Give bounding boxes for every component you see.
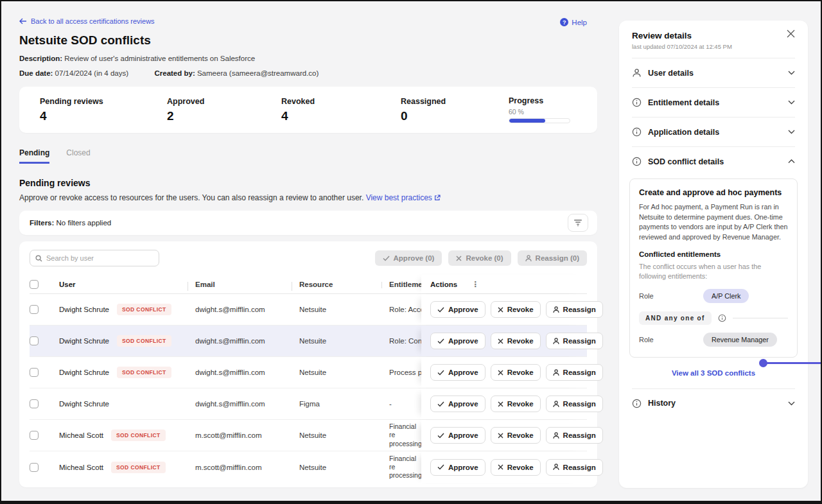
entitlement: - <box>381 400 421 408</box>
row-checkbox[interactable] <box>30 305 39 314</box>
sod-card-body: For Ad hoc payment, a Payment Run is ran… <box>639 202 788 243</box>
sod-conflict-badge: SOD CONFLICT <box>111 430 166 441</box>
revoke-label: Revoke <box>507 400 534 408</box>
approve-label: Approve <box>448 464 478 471</box>
entitlement: Financial re processing <box>381 455 421 480</box>
tab-closed[interactable]: Closed <box>66 148 90 164</box>
column-actions-label: Actions <box>430 281 457 288</box>
reassign-button[interactable]: Reassign <box>546 333 603 349</box>
resource: Netsuite <box>292 464 381 471</box>
user-name: Dwight Schrute <box>59 400 109 408</box>
description-value: Review of user's administrative entitlem… <box>64 55 255 62</box>
resource: Netsuite <box>292 431 381 439</box>
approve-button[interactable]: Approve <box>430 364 485 381</box>
help-label: Help <box>572 19 587 26</box>
panel-title: Review details <box>632 31 787 40</box>
reassign-button[interactable]: Reassign <box>546 427 603 444</box>
info-icon <box>632 98 642 107</box>
revoke-button[interactable]: Revoke <box>491 459 541 476</box>
revoke-button[interactable]: Revoke <box>491 364 541 381</box>
revoke-button[interactable]: Revoke <box>491 333 541 349</box>
section-entitlement-details[interactable]: Entitlement details <box>619 88 808 117</box>
operator-row: AND any one of <box>639 311 788 325</box>
table-toolbar: Approve (0) Revoke (0) Reassign (0) <box>30 249 587 267</box>
column-menu-icon[interactable]: ⋮ <box>471 280 479 289</box>
column-email[interactable]: Email <box>188 281 292 288</box>
bulk-approve-button[interactable]: Approve (0) <box>375 250 442 266</box>
bulk-reassign-label: Reassign (0) <box>536 254 579 262</box>
operator-line <box>733 318 788 318</box>
row-checkbox[interactable] <box>30 336 39 345</box>
reassign-button[interactable]: Reassign <box>546 301 603 318</box>
description-label: Description: <box>19 55 62 62</box>
search-icon <box>35 255 42 262</box>
screen: Back to all access certifications review… <box>0 0 822 504</box>
role-row-1: Role A/P Clerk <box>639 289 788 303</box>
reviews-table-card: Approve (0) Revoke (0) Reassign (0) User… <box>19 241 597 487</box>
revoke-button[interactable]: Revoke <box>491 427 541 444</box>
revoke-button[interactable]: Revoke <box>491 301 541 318</box>
role-label: Role <box>639 292 689 300</box>
approve-button[interactable]: Approve <box>430 427 485 444</box>
approve-button[interactable]: Approve <box>430 301 485 318</box>
table-header: User Email Resource Entitlement Actions … <box>30 275 587 294</box>
reassign-button[interactable]: Reassign <box>546 395 603 412</box>
select-all-checkbox[interactable] <box>30 280 39 289</box>
revoke-label: Revoke <box>507 369 534 376</box>
section-history[interactable]: History <box>619 389 808 418</box>
bulk-revoke-label: Revoke (0) <box>466 254 503 262</box>
tab-pending[interactable]: Pending <box>19 148 49 164</box>
reassign-button[interactable]: Reassign <box>546 364 603 381</box>
resource: Figma <box>292 400 381 408</box>
reassign-label: Reassign <box>563 369 596 376</box>
operator-chip: AND any one of <box>639 311 712 325</box>
row-checkbox[interactable] <box>30 463 39 472</box>
approve-label: Approve <box>448 369 478 376</box>
entitlement-line1: Financial re <box>389 455 421 471</box>
progress-label: Progress <box>509 96 570 105</box>
created-by-label: Created by: <box>154 69 195 77</box>
stat-reassigned-value: 0 <box>401 109 509 123</box>
approve-button[interactable]: Approve <box>430 459 485 476</box>
column-resource[interactable]: Resource <box>292 281 381 288</box>
pending-reviews-description: Approve or revoke access to resources fo… <box>19 193 597 202</box>
section-sod-conflict-details[interactable]: SOD conflict details <box>619 147 808 176</box>
row-checkbox[interactable] <box>30 399 39 408</box>
approve-button[interactable]: Approve <box>430 333 485 349</box>
filter-button[interactable] <box>568 214 588 232</box>
bulk-reassign-button[interactable]: Reassign (0) <box>518 250 587 266</box>
best-practices-link[interactable]: View best practices <box>366 193 441 202</box>
person-icon <box>553 338 559 345</box>
help-link[interactable]: ? Help <box>560 18 587 26</box>
approve-label: Approve <box>448 337 478 345</box>
approve-button[interactable]: Approve <box>430 395 485 412</box>
chevron-down-icon <box>788 401 795 406</box>
user-email: dwight.s@mifflin.com <box>188 306 292 313</box>
column-user[interactable]: User <box>59 281 188 288</box>
view-all-sod-conflicts-link[interactable]: View all 3 SOD conflicts <box>672 369 755 377</box>
back-link[interactable]: Back to all access certifications review… <box>19 17 155 25</box>
annotation-line <box>766 362 821 364</box>
main-content: Back to all access certifications review… <box>19 15 597 487</box>
entitlement-line2: processing <box>389 471 421 480</box>
revoke-label: Revoke <box>507 337 534 345</box>
search-input[interactable] <box>46 254 153 262</box>
stat-pending-label: Pending reviews <box>40 97 167 106</box>
stat-pending-value: 4 <box>40 109 167 123</box>
stat-progress: Progress 60 % <box>509 96 570 123</box>
search-box[interactable] <box>30 250 159 266</box>
close-icon[interactable] <box>787 30 795 38</box>
row-checkbox[interactable] <box>30 368 39 377</box>
person-icon <box>525 255 532 262</box>
column-entitlement[interactable]: Entitlement <box>381 281 421 288</box>
revoke-button[interactable]: Revoke <box>491 395 541 412</box>
bulk-revoke-button[interactable]: Revoke (0) <box>448 250 511 266</box>
section-user-details[interactable]: User details <box>619 58 808 87</box>
role-label: Role <box>639 336 689 343</box>
panel-header: Review details last updated 07/10/2024 a… <box>619 21 808 58</box>
row-checkbox[interactable] <box>30 431 39 440</box>
section-application-details[interactable]: Application details <box>619 117 808 146</box>
info-icon <box>718 314 726 322</box>
reassign-button[interactable]: Reassign <box>546 459 603 476</box>
pending-reviews-heading: Pending reviews <box>19 178 597 188</box>
